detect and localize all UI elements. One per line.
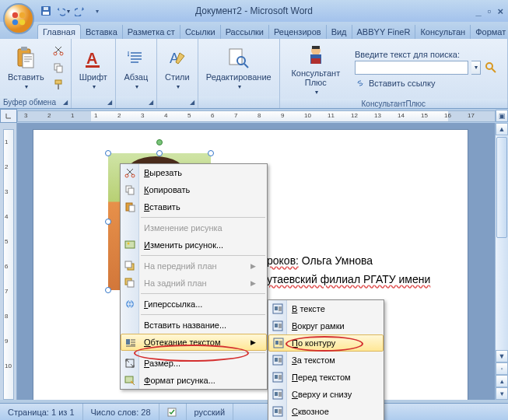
close-button[interactable]: × <box>497 5 503 17</box>
next-page-button[interactable]: ▾ <box>496 387 508 400</box>
paste-icon <box>123 200 137 214</box>
svg-rect-50 <box>275 358 278 362</box>
tab-mailings[interactable]: Рассылки <box>221 25 269 39</box>
resize-handle[interactable] <box>156 150 163 156</box>
svg-rect-29 <box>128 188 134 194</box>
format-icon <box>123 373 137 387</box>
svg-rect-9 <box>23 54 33 68</box>
svg-rect-6 <box>44 7 48 10</box>
office-button[interactable] <box>3 3 34 34</box>
dialog-launcher-icon[interactable]: ◢ <box>190 99 194 106</box>
svg-point-0 <box>12 12 18 18</box>
status-spellcheck[interactable] <box>159 404 187 420</box>
insert-link-button[interactable]: Вставить ссылку <box>355 78 498 89</box>
resize-handle[interactable] <box>105 150 111 156</box>
rotate-handle[interactable] <box>156 139 163 145</box>
styles-icon: A <box>165 46 190 71</box>
menu-item-label: Формат рисунка... <box>144 376 215 385</box>
search-dropdown[interactable]: ▾ <box>471 61 481 75</box>
status-bar: Страница: 1 из 1 Число слов: 28 русский <box>0 403 508 420</box>
ruler-corner[interactable] <box>0 109 17 123</box>
font-button[interactable]: A Шрифт▾ <box>75 44 112 92</box>
link-icon <box>355 78 366 89</box>
consultant-label: Консультант Плюс <box>288 68 344 87</box>
menu-item-label: Вырезать <box>144 168 182 177</box>
menu-item-label: Сквозное <box>292 407 329 416</box>
styles-button[interactable]: A Стили▾ <box>160 44 194 92</box>
qat-redo[interactable] <box>73 4 87 18</box>
group-styles: A Стили▾ ◢ <box>157 39 198 108</box>
tab-view[interactable]: Вид <box>327 25 352 39</box>
status-page[interactable]: Страница: 1 из 1 <box>0 404 83 420</box>
svg-rect-8 <box>21 47 27 51</box>
editing-button[interactable]: Редактирование▾ <box>201 44 276 92</box>
consultant-search-input[interactable] <box>355 61 468 75</box>
menu-item[interactable]: По контуру <box>268 334 384 352</box>
paste-button[interactable]: Вставить ▾ <box>3 44 49 92</box>
tab-insert[interactable]: Вставка <box>81 25 123 39</box>
menu-item[interactable]: Размер... <box>121 355 267 372</box>
ribbon-tabs: Главная Вставка Разметка ст Ссылки Рассы… <box>0 22 508 39</box>
svg-rect-44 <box>275 306 278 310</box>
menu-item[interactable]: Формат рисунка... <box>121 372 267 389</box>
menu-item[interactable]: Гиперссылка... <box>121 296 267 313</box>
qat-undo[interactable]: ▾ <box>56 4 70 18</box>
horizontal-ruler[interactable]: 3211234567891011121314151617 <box>17 110 496 122</box>
menu-item[interactable]: Вставить <box>121 198 267 215</box>
ruler-toggle-button[interactable]: ▣ <box>496 110 508 122</box>
minimize-button[interactable]: _ <box>476 5 482 17</box>
menu-item[interactable]: Вокруг рамки <box>268 317 384 334</box>
menu-item[interactable]: Обтекание текстом▶ <box>121 334 267 351</box>
back-icon <box>123 276 137 290</box>
copy-button[interactable] <box>51 60 66 75</box>
resize-handle[interactable] <box>105 219 111 225</box>
menu-item[interactable]: Сверху и снизу <box>268 386 384 403</box>
tab-page-layout[interactable]: Разметка ст <box>123 25 180 39</box>
scroll-up-button[interactable]: ▲ <box>496 123 508 135</box>
svg-rect-14 <box>55 80 61 84</box>
consultant-group-label: КонсультантПлюс <box>362 100 426 108</box>
format-painter-button[interactable] <box>51 77 66 93</box>
menu-item[interactable]: Изменить рисунок... <box>121 236 267 254</box>
qat-customize[interactable]: ▾ <box>90 4 104 18</box>
prev-page-button[interactable]: ▴ <box>496 375 508 387</box>
menu-item[interactable]: Вырезать <box>121 164 267 181</box>
qat-save[interactable] <box>39 4 53 18</box>
change-pic-icon <box>123 238 137 252</box>
menu-item[interactable]: Вставить название... <box>121 317 267 334</box>
cut-button[interactable] <box>51 43 66 58</box>
consultant-button[interactable]: Консультант Плюс▾ <box>283 40 349 97</box>
dialog-launcher-icon[interactable]: ◢ <box>107 99 112 106</box>
tab-format[interactable]: Формат <box>471 25 508 39</box>
dialog-launcher-icon[interactable]: ◢ <box>63 99 68 106</box>
browse-object-button[interactable]: ◦ <box>496 362 508 375</box>
search-go-button[interactable] <box>484 61 498 75</box>
menu-item[interactable]: За текстом <box>268 352 384 369</box>
menu-item[interactable]: В тексте <box>268 300 384 317</box>
paragraph-button[interactable]: Абзац▾ <box>119 44 153 92</box>
dialog-launcher-icon[interactable]: ◢ <box>149 99 153 106</box>
wrapopt-icon <box>271 319 285 333</box>
scroll-thumb[interactable] <box>496 137 507 238</box>
tab-abbyy[interactable]: ABBYY FineR <box>352 25 416 39</box>
scroll-down-button[interactable]: ▼ <box>496 350 508 362</box>
menu-item[interactable]: Сквозное <box>268 403 384 420</box>
find-icon <box>226 46 251 71</box>
restore-button[interactable]: ▫ <box>488 5 492 17</box>
status-words[interactable]: Число слов: 28 <box>83 404 159 420</box>
tab-review[interactable]: Рецензиров <box>269 25 327 39</box>
resize-handle[interactable] <box>105 287 111 293</box>
menu-item[interactable]: Копировать <box>121 181 267 198</box>
menu-item[interactable]: Перед текстом <box>268 369 384 386</box>
submenu-arrow-icon: ▶ <box>250 338 256 346</box>
copy-icon <box>123 183 137 197</box>
tab-home[interactable]: Главная <box>37 24 81 39</box>
vertical-ruler[interactable]: 12345678910 <box>0 123 17 400</box>
menu-item-label: Вокруг рамки <box>292 321 345 331</box>
vertical-scrollbar[interactable]: ▲ ▼ ◦ ▴ ▾ <box>495 123 508 400</box>
tab-consultant[interactable]: Консультан <box>415 25 471 39</box>
status-language[interactable]: русский <box>187 404 233 420</box>
resize-handle[interactable] <box>208 150 214 156</box>
tab-references[interactable]: Ссылки <box>180 25 221 39</box>
menu-item-label: Размер... <box>144 359 180 368</box>
